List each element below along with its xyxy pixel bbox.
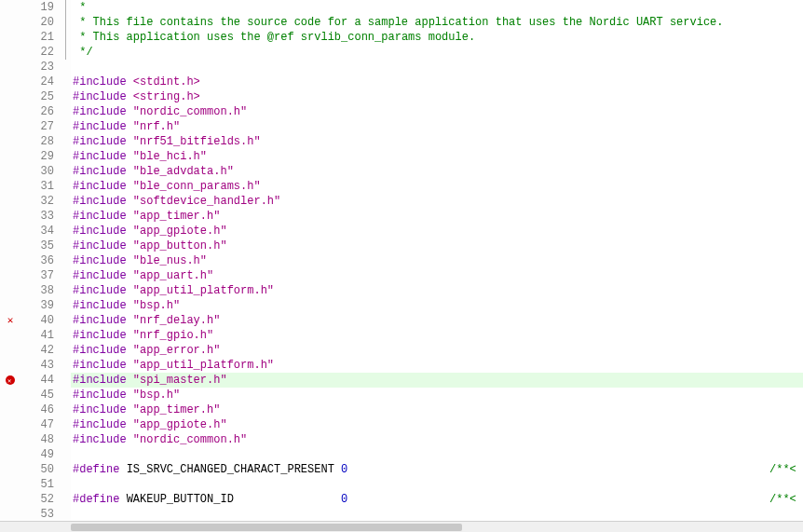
code-line[interactable]: #include "ble_conn_params.h" [71,179,803,194]
code-line[interactable]: #include "nordic_common.h" [71,432,803,447]
line-number[interactable]: 34 [20,224,54,239]
token: srvlib_conn_params module. [294,31,475,44]
code-line[interactable]: #include "app_gpiote.h" [71,224,803,239]
code-line[interactable]: #include "bsp.h" [71,388,803,402]
code-line[interactable]: #include "app_uart.h" [71,268,803,283]
code-line[interactable]: #include "bsp.h" [71,298,803,313]
token [127,314,133,327]
code-editor[interactable]: ✕ 19202122232425262728293031323334353637… [0,0,803,532]
line-number[interactable]: 44 [20,373,54,388]
line-number[interactable]: 36 [20,253,54,268]
code-line[interactable]: * This application uses the @ref srvlib_… [71,30,803,45]
token: #include [73,90,127,103]
line-number[interactable]: 29 [20,149,54,164]
line-number[interactable]: 19 [20,0,54,15]
code-line[interactable]: #include "app_util_platform.h" [71,358,803,373]
line-number-gutter[interactable]: 1920212223242526272829303132333435363738… [20,0,61,532]
scrollbar-horizontal[interactable] [0,521,803,532]
code-line[interactable]: #include "ble_advdata.h" [71,164,803,179]
token [127,284,133,297]
marker-slot: ✕ [0,313,20,328]
code-area[interactable]: * * This file contains the source code f… [71,0,803,532]
marker-slot [0,477,20,492]
line-number[interactable]: 50 [20,462,54,477]
line-number[interactable]: 37 [20,268,54,283]
code-line[interactable] [71,60,803,75]
code-line[interactable]: #include "app_button.h" [71,239,803,253]
marker-slot [0,328,20,343]
code-line[interactable]: */ [71,45,803,60]
line-number[interactable]: 20 [20,15,54,30]
token: #include [73,180,127,193]
line-number[interactable]: 40 [20,313,54,328]
token: #include [73,374,127,387]
line-number[interactable]: 25 [20,89,54,104]
code-line[interactable]: #include <string.h> [71,89,803,104]
line-number[interactable]: 43 [20,358,54,373]
line-number[interactable]: 30 [20,164,54,179]
line-number[interactable]: 47 [20,417,54,432]
code-line[interactable]: #include "app_gpiote.h" [71,417,803,432]
code-line[interactable]: #define IS_SRVC_CHANGED_CHARACT_PRESENT … [71,462,803,477]
code-line[interactable]: #include "spi_master.h" [71,373,803,388]
line-number[interactable]: 41 [20,328,54,343]
code-line[interactable] [71,477,803,492]
line-number[interactable]: 23 [20,60,54,75]
line-number[interactable]: 22 [20,45,54,60]
error-circle-icon [6,375,15,385]
line-number[interactable]: 38 [20,283,54,298]
code-line[interactable]: #include "app_timer.h" [71,402,803,417]
token: #include [73,359,127,372]
marker-slot [0,0,20,15]
code-line[interactable]: #include "ble_hci.h" [71,149,803,164]
code-line[interactable]: #include "app_util_platform.h" [71,283,803,298]
line-number[interactable]: 33 [20,209,54,224]
code-line[interactable]: * [71,0,803,15]
token: "nrf51_bitfields.h" [133,135,261,148]
code-line[interactable] [71,507,803,522]
line-number[interactable]: 28 [20,134,54,149]
code-line[interactable]: * This file contains the source code for… [71,15,803,30]
token: <string.h> [133,90,200,103]
line-number[interactable]: 32 [20,194,54,209]
line-number[interactable]: 39 [20,298,54,313]
line-number[interactable]: 42 [20,343,54,358]
line-number[interactable]: 52 [20,492,54,507]
token [127,75,133,89]
code-line[interactable]: #include "nrf_gpio.h" [71,328,803,343]
line-number[interactable]: 27 [20,119,54,134]
token: #define [73,493,119,506]
line-number[interactable]: 48 [20,432,54,447]
line-number[interactable]: 26 [20,104,54,119]
token: "app_button.h" [133,239,227,252]
line-number[interactable]: 35 [20,239,54,253]
marker-margin: ✕ [0,0,20,532]
code-line[interactable]: #include "ble_nus.h" [71,253,803,268]
line-number[interactable]: 46 [20,402,54,417]
fold-margin[interactable] [61,0,71,532]
code-line[interactable]: #include <stdint.h> [71,75,803,89]
token: <stdint.h> [133,75,200,89]
line-number[interactable]: 51 [20,477,54,492]
code-line[interactable]: #include "nrf_delay.h" [71,313,803,328]
token [127,433,133,446]
line-number[interactable]: 45 [20,388,54,402]
code-line[interactable]: #include "softdevice_handler.h" [71,194,803,209]
token [127,254,133,267]
code-line[interactable]: #include "nrf.h" [71,119,803,134]
token: * This application uses the [73,31,267,44]
code-line[interactable]: #include "app_timer.h" [71,209,803,224]
code-line[interactable]: #include "app_error.h" [71,343,803,358]
code-line[interactable]: #define WAKEUP_BUTTON_ID 0/**< Button us [71,492,803,507]
line-number[interactable]: 31 [20,179,54,194]
code-line[interactable] [71,447,803,462]
code-line[interactable]: #include "nordic_common.h" [71,104,803,119]
line-number[interactable]: 49 [20,447,54,462]
token: WAKEUP_BUTTON_ID [127,493,234,506]
line-number[interactable]: 53 [20,507,54,522]
line-number[interactable]: 24 [20,75,54,89]
code-line[interactable]: #include "nrf51_bitfields.h" [71,134,803,149]
scrollbar-thumb[interactable] [71,524,462,531]
line-number[interactable]: 21 [20,30,54,45]
token [127,180,133,193]
